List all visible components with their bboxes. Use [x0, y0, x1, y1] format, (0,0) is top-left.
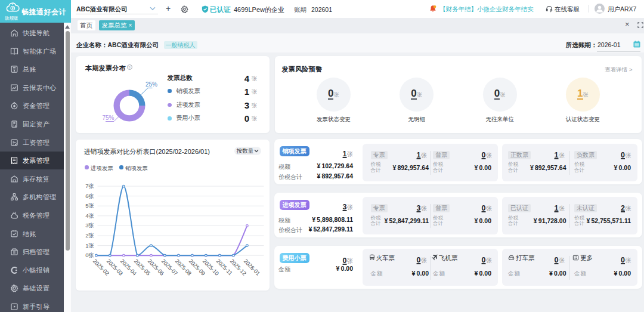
- svg-text:6张: 6张: [85, 193, 94, 199]
- svg-text:0张: 0张: [85, 252, 94, 258]
- svg-text:3张: 3张: [85, 222, 94, 228]
- svg-text:4张: 4张: [85, 212, 94, 219]
- svg-text:5张: 5张: [85, 202, 94, 209]
- svg-text:2张: 2张: [85, 232, 94, 239]
- svg-text:75%: 75%: [102, 115, 114, 121]
- svg-text:7张: 7张: [85, 183, 94, 189]
- svg-text:25%: 25%: [145, 81, 157, 88]
- svg-text:1张: 1张: [85, 242, 94, 249]
